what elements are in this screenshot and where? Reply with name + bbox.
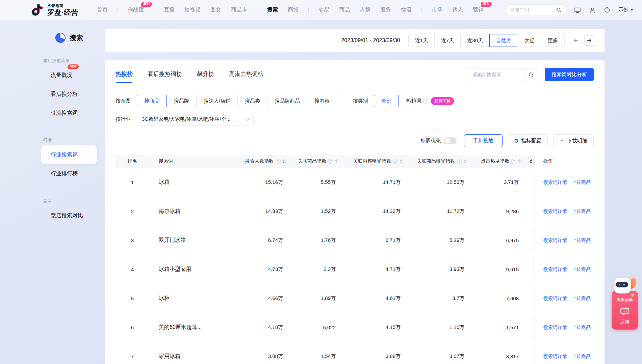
feedback-button[interactable]: 反馈 [613,319,637,325]
intent-option-4[interactable]: 搜品牌商品 [267,95,307,107]
keyword-cell[interactable]: 双开门冰箱 [149,226,226,255]
keyword-detail-link[interactable]: 搜索词详情 [543,354,567,360]
help-icon[interactable]: ? [393,159,398,164]
sidebar-item-0-2[interactable]: 引流搜索词 [41,104,97,122]
user-icon[interactable] [589,7,596,13]
keyword-cell[interactable]: 冰箱 [149,168,226,197]
nav-item-14[interactable]: 达人 [452,6,463,13]
keyword-detail-link[interactable]: 搜索词详情 [543,208,567,215]
global-search-input[interactable] [510,7,556,13]
date-preset-0[interactable]: 近1天 [408,34,435,47]
nav-item-6[interactable]: 搜索 [267,6,278,13]
title-optimize-toggle[interactable] [444,137,457,144]
date-preset-1[interactable]: 近7天 [434,34,461,47]
info-icon[interactable] [604,7,610,13]
sort-control[interactable] [518,159,521,163]
upload-product-link[interactable]: 上传商品 [572,267,591,273]
nav-item-8[interactable]: 交易 [318,6,329,13]
help-icon[interactable]: ? [511,159,516,164]
sort-control[interactable] [464,159,466,163]
upload-product-link[interactable]: 上传商品 [572,296,591,302]
sidebar-item-1-0[interactable]: 行业搜索词 [41,145,97,164]
header-metric-label: 搜索人数指数 [245,158,274,164]
account-menu[interactable]: 示例 [618,7,633,13]
brand-logo[interactable]: 抖音电商 罗盘·经营 [30,3,78,17]
nav-item-15[interactable]: 营销双11 [473,6,484,13]
keyword-search-icon[interactable] [524,68,538,81]
date-preset-4[interactable]: 大促 [518,34,541,47]
category-option-1[interactable]: 热趋词?趋势了解 [399,95,461,107]
tab-1[interactable]: 看后搜热词榜 [148,70,182,79]
sidebar-item-0-1[interactable]: 看后搜分析 [41,85,97,104]
upload-product-link[interactable]: 上传商品 [572,179,591,186]
nav-item-12[interactable]: 物流 [401,6,412,13]
help-icon[interactable]: ? [328,159,333,164]
keyword-detail-link[interactable]: 搜索词详情 [543,267,567,273]
keyword-search-box[interactable] [468,68,538,81]
trend-learn-badge[interactable]: 趋势了解 [431,97,454,105]
keyword-cell[interactable]: 冰箱小型家用 [149,255,226,284]
sidebar-item-2-0[interactable]: 竞店搜索对比 [41,206,97,225]
intent-option-5[interactable]: 搜内容 [307,95,337,107]
tab-2[interactable]: 飙升榜 [197,70,214,79]
chat-bubble-icon[interactable] [620,307,630,317]
assistant-mascot-icon[interactable] [614,277,636,296]
nav-item-9[interactable]: 商品 [339,6,350,13]
download-button[interactable]: 下载明细 [553,134,594,147]
nav-item-2[interactable]: 直播 [164,6,175,13]
nav-item-1[interactable]: 作战室双11 [128,6,144,13]
help-icon[interactable]: ? [423,99,428,104]
metric-config-button[interactable]: ⚙ 指标配置 [508,134,548,147]
nav-item-11[interactable]: 服务 [380,6,391,13]
sidebar-item-1-1[interactable]: 行业排行榜 [41,164,97,183]
prev-period-button[interactable] [573,37,579,44]
partial-cell [521,313,535,342]
assistant-label[interactable]: 商家助手 [613,298,637,303]
intent-option-1[interactable]: 搜品牌 [166,95,197,107]
intent-option-2[interactable]: 搜达人/店铺 [196,95,238,107]
upload-product-link[interactable]: 上传商品 [572,208,591,215]
nav-item-0[interactable]: 首页 [97,6,108,13]
tab-0[interactable]: 热搜榜 [115,70,133,79]
nav-item-13[interactable]: 市场 [432,6,442,13]
keyword-cell[interactable]: 海尔冰箱 [149,197,226,226]
date-preset-3[interactable]: 自然月 [489,34,518,47]
date-preset-2[interactable]: 近30天 [460,34,490,47]
sidebar-item-0-0[interactable]: 流量概况NEW [41,66,97,85]
date-preset-5[interactable]: 更多 [541,34,565,47]
keyword-cell[interactable]: 冰柜 [149,284,226,313]
nav-item-7[interactable]: 商城 [288,6,299,13]
nav-item-5[interactable]: 商品卡 [231,6,247,13]
sort-desc-icon [518,162,521,163]
help-icon[interactable]: ? [276,159,281,164]
title-optimize-label: 标题优化 [421,138,441,144]
keyword-detail-link[interactable]: 搜索词详情 [543,325,567,331]
keyword-cell[interactable]: 家用冰箱 [149,342,226,364]
upload-product-link[interactable]: 上传商品 [572,237,591,244]
nav-item-3[interactable]: 短视频 [184,6,201,13]
keyword-cell[interactable]: 美的60厘米超薄... [149,313,226,342]
monitor-icon[interactable] [574,7,581,13]
keyword-detail-link[interactable]: 搜索词详情 [543,179,567,186]
help-icon[interactable]: ? [457,159,462,164]
category-option-0[interactable]: 全部 [374,95,399,107]
tab-3[interactable]: 高潜力热词榜 [229,70,263,79]
intent-option-3[interactable]: 搜品类 [237,95,267,107]
nav-item-4[interactable]: 图文 [210,6,221,13]
global-search-box[interactable] [506,4,566,16]
sort-control[interactable] [335,159,338,163]
qianchuan-button[interactable]: 千川投放 [464,134,503,147]
search-icon[interactable] [556,7,562,13]
nav-item-10[interactable]: 人群 [360,6,370,13]
keyword-compare-button[interactable]: 搜索词对比分析 [545,68,594,81]
keyword-detail-link[interactable]: 搜索词详情 [543,237,567,244]
next-period-button[interactable] [584,35,594,46]
upload-product-link[interactable]: 上传商品 [572,325,591,331]
sort-control[interactable] [400,159,403,163]
keyword-detail-link[interactable]: 搜索词详情 [543,296,567,302]
sort-control[interactable] [282,159,285,163]
intent-option-0[interactable]: 搜商品 [137,95,167,107]
industry-select[interactable]: 3C数码家电/大家电/冰箱/冰吧/冰柜/全... [137,113,254,125]
upload-product-link[interactable]: 上传商品 [572,354,591,360]
keyword-search-input[interactable] [468,72,524,77]
